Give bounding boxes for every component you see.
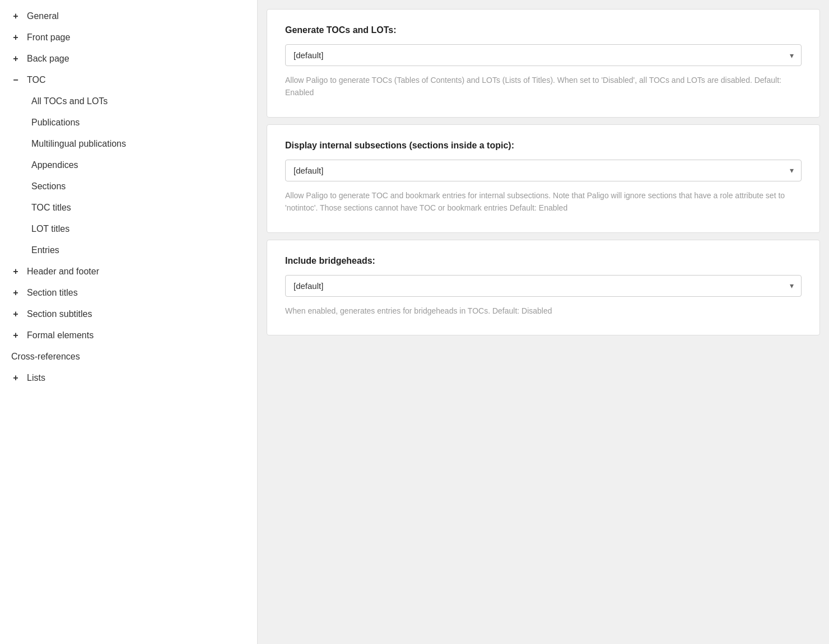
sidebar-icon-toc: −: [11, 75, 20, 85]
sidebar-item-lot-titles[interactable]: LOT titles: [0, 218, 257, 240]
sidebar-icon-header-footer: +: [11, 267, 20, 277]
card-title-include-bridgeheads: Include bridgeheads:: [285, 256, 802, 266]
card-title-generate-tocs-lots: Generate TOCs and LOTs:: [285, 25, 802, 35]
sidebar-label-back-page: Back page: [27, 54, 69, 64]
sidebar-item-section-subtitles[interactable]: +Section subtitles: [0, 304, 257, 325]
sidebar-item-general[interactable]: +General: [0, 6, 257, 27]
select-display-internal-subsections[interactable]: [default]EnabledDisabled: [285, 160, 802, 181]
sidebar-icon-section-subtitles: +: [11, 309, 20, 319]
card-description-display-internal-subsections: Allow Paligo to generate TOC and bookmar…: [285, 189, 802, 214]
select-include-bridgeheads[interactable]: [default]EnabledDisabled: [285, 275, 802, 297]
card-title-display-internal-subsections: Display internal subsections (sections i…: [285, 141, 802, 151]
sidebar-icon-formal-elements: +: [11, 330, 20, 340]
card-include-bridgeheads: Include bridgeheads:[default]EnabledDisa…: [267, 240, 820, 335]
sidebar-icon-front-page: +: [11, 32, 20, 43]
card-display-internal-subsections: Display internal subsections (sections i…: [267, 124, 820, 233]
sidebar-label-toc: TOC: [27, 75, 45, 85]
sidebar-item-section-titles[interactable]: +Section titles: [0, 282, 257, 304]
sidebar-item-publications[interactable]: Publications: [0, 112, 257, 133]
sidebar-icon-lists: +: [11, 373, 20, 383]
select-wrapper-generate-tocs-lots: [default]EnabledDisabled▾: [285, 44, 802, 66]
sidebar-icon-back-page: +: [11, 54, 20, 64]
select-generate-tocs-lots[interactable]: [default]EnabledDisabled: [285, 44, 802, 66]
sidebar-item-front-page[interactable]: +Front page: [0, 27, 257, 48]
sidebar-item-formal-elements[interactable]: +Formal elements: [0, 325, 257, 346]
select-wrapper-include-bridgeheads: [default]EnabledDisabled▾: [285, 275, 802, 297]
sidebar-icon-general: +: [11, 11, 20, 21]
sidebar-item-cross-references[interactable]: Cross-references: [0, 346, 257, 367]
card-generate-tocs-lots: Generate TOCs and LOTs:[default]EnabledD…: [267, 9, 820, 118]
sidebar-item-all-tocs-lots[interactable]: All TOCs and LOTs: [0, 91, 257, 112]
sidebar-icon-section-titles: +: [11, 288, 20, 298]
sidebar-label-section-titles: Section titles: [27, 288, 78, 298]
card-description-generate-tocs-lots: Allow Paligo to generate TOCs (Tables of…: [285, 74, 802, 99]
sidebar-label-front-page: Front page: [27, 32, 70, 43]
sidebar-item-appendices[interactable]: Appendices: [0, 155, 257, 176]
sidebar-item-sections[interactable]: Sections: [0, 176, 257, 197]
sidebar-item-header-footer[interactable]: +Header and footer: [0, 261, 257, 282]
select-wrapper-display-internal-subsections: [default]EnabledDisabled▾: [285, 160, 802, 181]
sidebar-label-formal-elements: Formal elements: [27, 330, 94, 340]
card-description-include-bridgeheads: When enabled, generates entries for brid…: [285, 305, 802, 317]
sidebar-label-cross-references: Cross-references: [11, 352, 80, 362]
sidebar-label-section-subtitles: Section subtitles: [27, 309, 92, 319]
sidebar-item-toc[interactable]: −TOC: [0, 69, 257, 91]
sidebar-item-toc-titles[interactable]: TOC titles: [0, 197, 257, 218]
sidebar-item-entries[interactable]: Entries: [0, 240, 257, 261]
sidebar-label-general: General: [27, 11, 59, 21]
sidebar-label-lists: Lists: [27, 373, 45, 383]
sidebar-item-lists[interactable]: +Lists: [0, 367, 257, 389]
main-content: Generate TOCs and LOTs:[default]EnabledD…: [258, 0, 829, 644]
sidebar-item-back-page[interactable]: +Back page: [0, 48, 257, 69]
sidebar-item-multilingual-publications[interactable]: Multilingual publications: [0, 133, 257, 155]
sidebar-label-header-footer: Header and footer: [27, 267, 99, 277]
sidebar: +General+Front page+Back page−TOCAll TOC…: [0, 0, 258, 644]
